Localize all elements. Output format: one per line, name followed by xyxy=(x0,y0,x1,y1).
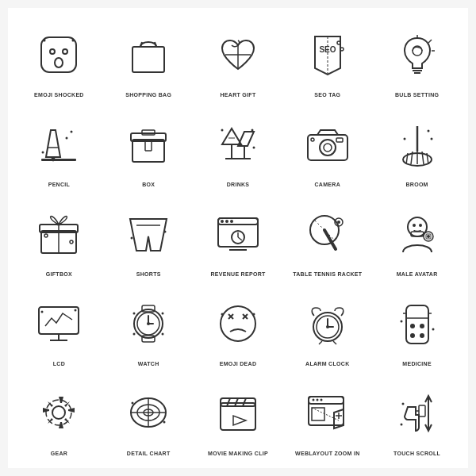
gear-label: GEAR xyxy=(51,451,67,457)
svg-point-135 xyxy=(132,402,134,405)
camera-icon xyxy=(287,110,367,178)
svg-point-47 xyxy=(324,144,332,152)
movie-making-clip-label: MOVIE MAKING CLIP xyxy=(208,451,268,457)
male-avatar-icon xyxy=(377,200,457,268)
svg-line-77 xyxy=(324,230,336,249)
icon-cell-box: BOX xyxy=(106,106,192,192)
medicine-icon xyxy=(377,289,457,357)
svg-point-4 xyxy=(44,40,46,42)
icon-cell-camera: CAMERA xyxy=(284,106,370,192)
watch-label: WATCH xyxy=(138,361,159,367)
icon-cell-bulb-setting: BULB SETTING xyxy=(374,16,460,102)
svg-point-46 xyxy=(320,140,336,155)
svg-point-145 xyxy=(312,399,314,401)
svg-point-109 xyxy=(221,313,223,315)
icon-cell-seo-tag: SEO SEO TAG xyxy=(284,16,370,102)
icon-cell-medicine: MEDICINE xyxy=(374,284,460,370)
broom-label: BROOM xyxy=(405,182,428,188)
svg-point-42 xyxy=(251,129,253,132)
alarm-clock-icon xyxy=(287,289,367,357)
svg-point-14 xyxy=(337,41,340,44)
icon-cell-weblayout-zoom-in: WEBLAYOUT ZOOM IN xyxy=(284,374,370,460)
svg-rect-6 xyxy=(132,47,164,72)
shopping-bag-icon xyxy=(109,21,189,89)
seo-tag-label: SEO TAG xyxy=(314,92,340,98)
svg-point-123 xyxy=(420,333,424,338)
gear-icon xyxy=(19,378,99,447)
svg-point-147 xyxy=(320,399,322,401)
shorts-icon xyxy=(109,200,189,268)
svg-point-49 xyxy=(311,138,314,141)
svg-point-58 xyxy=(430,138,432,140)
revenue-report-label: REVENUE REPORT xyxy=(210,271,265,278)
giftbox-label: GIFTBOX xyxy=(46,271,72,278)
svg-point-5 xyxy=(72,40,75,42)
svg-line-117 xyxy=(333,341,336,344)
svg-point-103 xyxy=(162,332,164,335)
table-tennis-racket-icon xyxy=(287,200,367,268)
svg-rect-48 xyxy=(336,138,343,142)
svg-point-64 xyxy=(70,240,73,244)
drinks-icon xyxy=(198,110,278,178)
svg-rect-22 xyxy=(41,159,76,161)
svg-point-120 xyxy=(410,324,415,328)
svg-point-121 xyxy=(420,324,424,328)
svg-point-59 xyxy=(403,138,405,140)
icon-grid: EMOJI SHOCKED SHOPPING BAG HEART GIFT xyxy=(8,8,468,468)
emoji-shocked-icon xyxy=(19,21,99,89)
svg-marker-23 xyxy=(46,130,60,157)
svg-point-80 xyxy=(337,221,340,224)
pencil-label: PENCIL xyxy=(48,182,70,188)
icon-cell-lcd: LCD xyxy=(16,284,102,370)
svg-rect-148 xyxy=(312,408,324,420)
watch-icon xyxy=(109,289,189,357)
svg-point-57 xyxy=(427,130,429,132)
emoji-dead-icon xyxy=(198,289,278,357)
svg-rect-70 xyxy=(218,218,258,225)
svg-point-44 xyxy=(252,147,255,149)
touch-scroll-label: TOUCH SCROLL xyxy=(393,451,440,457)
svg-marker-35 xyxy=(222,129,241,144)
medicine-label: MEDICINE xyxy=(402,361,432,367)
svg-point-83 xyxy=(413,224,416,227)
icon-cell-watch: WATCH xyxy=(106,284,192,370)
icon-cell-touch-scroll: TOUCH SCROLL xyxy=(374,374,460,460)
svg-point-84 xyxy=(419,224,422,227)
svg-point-99 xyxy=(147,322,150,325)
male-avatar-label: MALE AVATAR xyxy=(397,271,438,278)
svg-point-27 xyxy=(71,131,73,133)
svg-point-136 xyxy=(163,421,166,424)
svg-point-110 xyxy=(252,313,255,315)
icon-cell-heart-gift: HEART GIFT xyxy=(195,16,282,102)
svg-point-146 xyxy=(316,399,318,401)
broom-icon xyxy=(377,110,457,178)
detail-chart-icon xyxy=(109,378,189,447)
svg-point-72 xyxy=(225,220,228,223)
drinks-label: DRINKS xyxy=(227,182,250,188)
alarm-clock-label: ALARM CLOCK xyxy=(305,361,349,367)
svg-point-92 xyxy=(75,309,77,311)
svg-point-102 xyxy=(133,332,136,335)
giftbox-icon xyxy=(19,200,99,268)
heart-gift-label: HEART GIFT xyxy=(220,92,255,98)
svg-point-28 xyxy=(42,152,44,154)
pencil-icon xyxy=(19,110,99,178)
icon-cell-shopping-bag: SHOPPING BAG xyxy=(106,16,192,102)
svg-point-71 xyxy=(221,220,224,223)
svg-point-3 xyxy=(55,58,63,67)
shopping-bag-label: SHOPPING BAG xyxy=(125,92,171,98)
bulb-setting-label: BULB SETTING xyxy=(395,92,439,98)
svg-point-158 xyxy=(400,424,402,426)
heart-gift-icon xyxy=(198,21,278,89)
icon-cell-emoji-shocked: EMOJI SHOCKED xyxy=(16,16,102,102)
svg-point-115 xyxy=(326,325,329,328)
movie-making-clip-icon xyxy=(198,378,278,447)
icon-cell-revenue-report: REVENUE REPORT xyxy=(195,195,282,282)
icon-cell-alarm-clock: ALARM CLOCK xyxy=(284,284,370,370)
svg-rect-155 xyxy=(419,405,425,416)
shorts-label: SHORTS xyxy=(136,271,161,278)
icon-cell-emoji-dead: EMOJI DEAD xyxy=(195,284,282,370)
svg-point-104 xyxy=(221,306,255,341)
icon-cell-male-avatar: MALE AVATAR xyxy=(374,195,460,282)
svg-point-2 xyxy=(63,49,67,54)
